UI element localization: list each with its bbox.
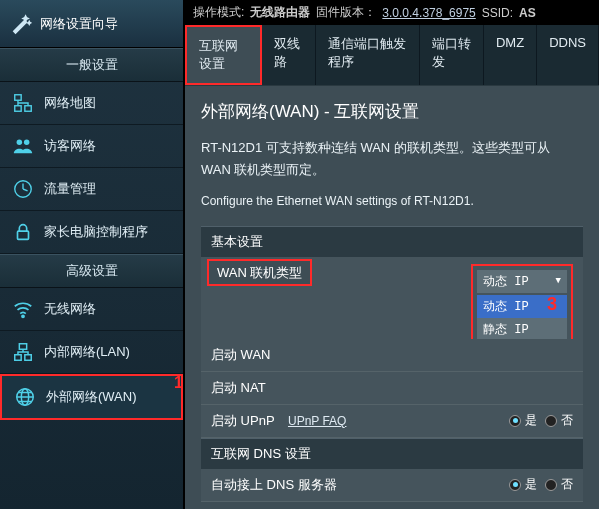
upnp-faq-link[interactable]: UPnP FAQ xyxy=(288,414,346,428)
tab-ddns[interactable]: DDNS xyxy=(537,25,599,85)
wizard-button[interactable]: 网络设置向导 xyxy=(0,0,183,48)
wan-type-select[interactable]: 动态 IP ▼ xyxy=(477,270,567,293)
dns-settings-title: 互联网 DNS 设置 xyxy=(201,438,583,469)
wifi-icon xyxy=(12,298,34,320)
wan-type-selected: 动态 IP xyxy=(483,273,529,290)
traffic-icon xyxy=(12,178,34,200)
enable-wan-label: 启动 WAN xyxy=(211,346,411,364)
sidebar-item-label: 流量管理 xyxy=(44,180,96,198)
ssid-label: SSID: xyxy=(482,6,513,20)
svg-rect-1 xyxy=(15,106,21,112)
sidebar-item-wireless[interactable]: 无线网络 xyxy=(0,288,183,331)
sidebar-item-network-map[interactable]: 网络地图 xyxy=(0,82,183,125)
enable-upnp-label: 启动 UPnP xyxy=(211,413,274,428)
mode-value: 无线路由器 xyxy=(250,4,310,21)
sidebar-item-wan[interactable]: 外部网络(WAN) 1 xyxy=(0,374,183,420)
wan-type-option[interactable]: 静态 IP xyxy=(477,318,567,341)
auto-dns-label: 自动接上 DNS 服务器 xyxy=(211,476,411,494)
sidebar-item-label: 家长电脑控制程序 xyxy=(44,223,148,241)
advanced-header: 高级设置 xyxy=(0,254,183,288)
fw-value[interactable]: 3.0.0.4.378_6975 xyxy=(382,6,475,20)
ssid-value: AS xyxy=(519,6,536,20)
page-title: 外部网络(WAN) - 互联网设置 xyxy=(201,100,583,123)
annotation-1: 1 xyxy=(174,374,183,392)
basic-settings-title: 基本设置 xyxy=(201,226,583,257)
annotation-3: 3 xyxy=(547,294,557,315)
row-auto-dns: 自动接上 DNS 服务器 是 否 xyxy=(201,469,583,502)
radio-icon xyxy=(545,479,557,491)
radio-icon xyxy=(509,415,521,427)
tab-port-trigger[interactable]: 通信端口触发程序 xyxy=(316,25,419,85)
topbar: 操作模式: 无线路由器 固件版本： 3.0.0.4.378_6975 SSID:… xyxy=(185,0,599,25)
lan-icon xyxy=(12,341,34,363)
tab-dualwan[interactable]: 双线路 xyxy=(262,25,316,85)
svg-rect-0 xyxy=(15,95,21,101)
lock-icon xyxy=(12,221,34,243)
svg-rect-10 xyxy=(25,355,31,361)
row-enable-nat: 启动 NAT xyxy=(201,372,583,405)
globe-icon xyxy=(14,386,36,408)
svg-point-4 xyxy=(24,140,29,146)
row-enable-wan: 启动 WAN xyxy=(201,339,583,372)
wizard-label: 网络设置向导 xyxy=(40,15,118,33)
upnp-no[interactable]: 否 xyxy=(545,412,573,429)
row-enable-upnp: 启动 UPnP UPnP FAQ 是 否 xyxy=(201,405,583,438)
radio-icon xyxy=(509,479,521,491)
general-header: 一般设置 xyxy=(0,48,183,82)
svg-point-7 xyxy=(22,315,24,317)
sidebar-item-label: 网络地图 xyxy=(44,94,96,112)
mode-label: 操作模式: xyxy=(193,4,244,21)
sidebar-item-label: 外部网络(WAN) xyxy=(46,388,137,406)
dns-no[interactable]: 否 xyxy=(545,476,573,493)
sidebar-item-traffic[interactable]: 流量管理 xyxy=(0,168,183,211)
wan-type-label: WAN 联机类型 xyxy=(207,259,312,286)
svg-rect-9 xyxy=(15,355,21,361)
chevron-down-icon: ▼ xyxy=(556,276,561,286)
dns-yes[interactable]: 是 xyxy=(509,476,537,493)
svg-rect-2 xyxy=(25,106,31,112)
page-desc-en: Configure the Ethernet WAN settings of R… xyxy=(201,191,583,211)
page-desc-cn: RT-N12D1 可支持数种连结 WAN 的联机类型。这些类型可从 WAN 联机… xyxy=(201,137,583,181)
sidebar-item-label: 访客网络 xyxy=(44,137,96,155)
sidebar-item-lan[interactable]: 内部网络(LAN) xyxy=(0,331,183,374)
upnp-yes[interactable]: 是 xyxy=(509,412,537,429)
tabs: 互联网设置 双线路 通信端口触发程序 端口转发 DMZ DDNS xyxy=(185,25,599,86)
fw-label: 固件版本： xyxy=(316,4,376,21)
sidebar-item-guest-network[interactable]: 访客网络 xyxy=(0,125,183,168)
sidebar-item-label: 无线网络 xyxy=(44,300,96,318)
network-map-icon xyxy=(12,92,34,114)
sidebar-item-parental[interactable]: 家长电脑控制程序 xyxy=(0,211,183,254)
tab-port-forward[interactable]: 端口转发 xyxy=(420,25,484,85)
radio-icon xyxy=(545,415,557,427)
svg-rect-6 xyxy=(18,231,29,239)
enable-nat-label: 启动 NAT xyxy=(211,379,411,397)
wand-icon xyxy=(10,13,32,35)
tab-internet[interactable]: 互联网设置 xyxy=(185,25,262,85)
svg-rect-8 xyxy=(19,344,26,350)
svg-point-3 xyxy=(17,140,22,146)
guest-icon xyxy=(12,135,34,157)
tab-dmz[interactable]: DMZ xyxy=(484,25,537,85)
sidebar-item-label: 内部网络(LAN) xyxy=(44,343,130,361)
